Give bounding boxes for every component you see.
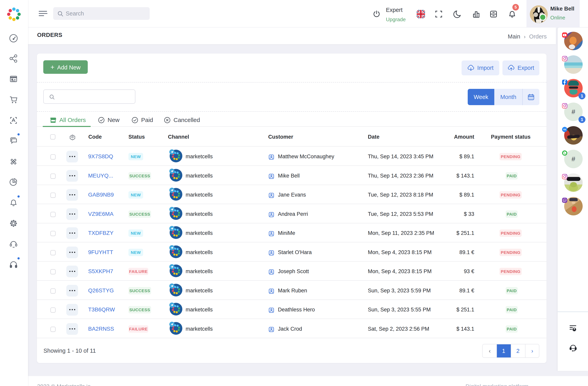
- svg-text:VK: VK: [563, 128, 566, 131]
